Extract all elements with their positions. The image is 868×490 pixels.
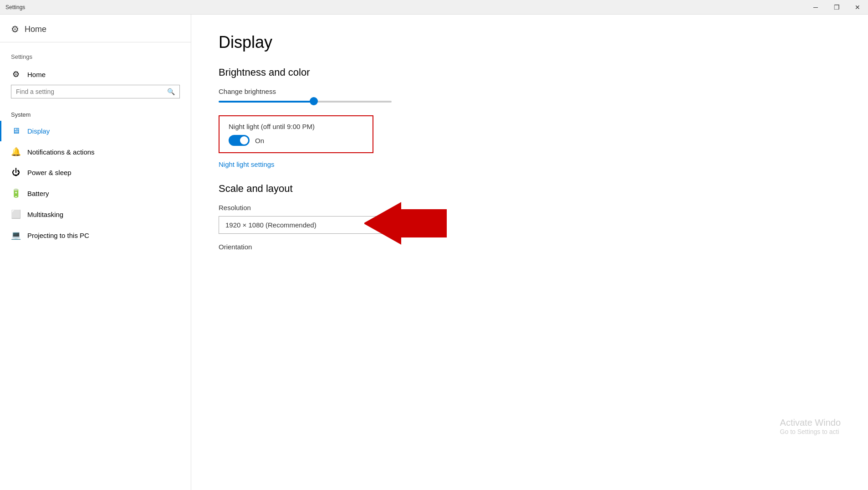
title-bar-text: Settings: [5, 4, 25, 10]
sidebar-item-notifications[interactable]: 🔔 Notifications & actions: [0, 141, 191, 162]
brightness-label: Change brightness: [219, 88, 841, 95]
title-bar-controls: ─ ❐ ✕: [805, 0, 868, 15]
restore-button[interactable]: ❐: [826, 0, 847, 15]
brightness-slider-container[interactable]: [219, 101, 841, 103]
system-section-label: System: [0, 106, 191, 121]
svg-marker-1: [364, 203, 446, 244]
power-icon: ⏻: [11, 168, 21, 177]
search-input[interactable]: [16, 88, 163, 95]
night-light-settings-link[interactable]: Night light settings: [219, 160, 841, 168]
night-light-box: Night light (off until 9:00 PM) On: [219, 115, 373, 153]
sidebar-item-home[interactable]: ⚙ Home: [0, 64, 191, 85]
battery-nav-label: Battery: [27, 190, 49, 197]
activate-watermark: Activate Windo Go to Settings to acti: [780, 418, 841, 435]
projecting-nav-label: Projecting to this PC: [27, 232, 89, 239]
night-light-title: Night light (off until 9:00 PM): [229, 123, 363, 130]
sidebar-item-display[interactable]: 🖥 Display: [0, 121, 191, 141]
sidebar: ⚙ Home Settings ⚙ Home 🔍 System 🖥 Displa…: [0, 15, 191, 490]
sidebar-home-nav-label: Home: [27, 71, 46, 78]
sidebar-item-power[interactable]: ⏻ Power & sleep: [0, 162, 191, 183]
search-icon: 🔍: [167, 88, 175, 95]
display-nav-label: Display: [27, 127, 50, 135]
multitasking-icon: ⬜: [11, 209, 21, 219]
activate-line2: Go to Settings to acti: [780, 428, 841, 435]
power-nav-label: Power & sleep: [27, 169, 71, 176]
page-title: Display: [219, 33, 841, 52]
night-light-toggle[interactable]: [229, 135, 250, 146]
sidebar-home-top[interactable]: ⚙ Home: [0, 15, 191, 42]
sidebar-search-box[interactable]: 🔍: [11, 85, 180, 98]
activate-line1: Activate Windo: [780, 418, 841, 428]
notifications-nav-label: Notifications & actions: [27, 148, 95, 156]
minimize-button[interactable]: ─: [805, 0, 826, 15]
content-area: Display Brightness and color Change brig…: [191, 15, 868, 490]
multitasking-nav-label: Multitasking: [27, 211, 63, 218]
brightness-slider-track[interactable]: [219, 101, 392, 103]
projecting-icon: 💻: [11, 230, 21, 240]
brightness-slider-thumb[interactable]: [310, 97, 318, 105]
resolution-value: 1920 × 1080 (Recommended): [225, 221, 317, 229]
gear-icon: ⚙: [11, 24, 19, 35]
sidebar-item-multitasking[interactable]: ⬜ Multitasking: [0, 204, 191, 225]
orientation-label: Orientation: [219, 243, 841, 251]
brightness-section-title: Brightness and color: [219, 67, 841, 78]
display-icon: 🖥: [11, 126, 21, 136]
sidebar-item-battery[interactable]: 🔋 Battery: [0, 183, 191, 204]
scale-section-title: Scale and layout: [219, 183, 841, 195]
home-gear-icon: ⚙: [11, 69, 21, 79]
sidebar-item-projecting[interactable]: 💻 Projecting to this PC: [0, 225, 191, 246]
close-button[interactable]: ✕: [847, 0, 868, 15]
toggle-knob: [240, 136, 248, 144]
battery-icon: 🔋: [11, 188, 21, 198]
notifications-icon: 🔔: [11, 147, 21, 157]
night-light-toggle-row: On: [229, 135, 363, 146]
app-container: ⚙ Home Settings ⚙ Home 🔍 System 🖥 Displa…: [0, 15, 868, 490]
sidebar-home-label: Home: [25, 25, 46, 34]
arrow-annotation: [364, 201, 455, 246]
resolution-label: Resolution: [219, 204, 841, 211]
sidebar-settings-label: Settings: [0, 42, 191, 64]
title-bar: Settings ─ ❐ ✕: [0, 0, 868, 15]
toggle-state-label: On: [255, 137, 264, 144]
